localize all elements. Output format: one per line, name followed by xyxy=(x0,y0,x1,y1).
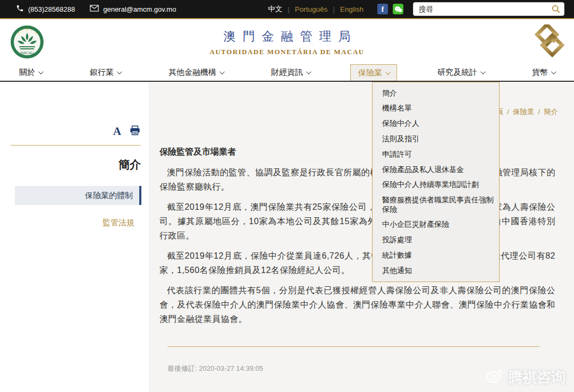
dropdown-item-institutions-list[interactable]: 機構名單 xyxy=(382,104,499,113)
sidebar-heading: 簡介 xyxy=(0,157,141,172)
phone-number: (853)28568288 xyxy=(28,5,75,13)
envelope-icon xyxy=(90,5,99,13)
site-header: MACAU 澳門金融管理局 AUTORIDADE MONETÁRIA DE MA… xyxy=(0,19,574,64)
nav-item-about[interactable]: 關於 xyxy=(12,64,49,81)
dropdown-item-rules-guidelines[interactable]: 法則及指引 xyxy=(382,134,499,144)
chevron-down-icon xyxy=(38,69,44,74)
weibo-icon xyxy=(486,368,504,387)
main-navigation: 關於 銀行業 其他金融機構 財經資訊 保險業 研究及統計 貨幣 xyxy=(0,64,574,82)
watermark-text: 腾祺咨询 xyxy=(508,368,565,387)
nav-item-currency[interactable]: 貨幣 xyxy=(525,64,562,81)
dropdown-item-other-notices[interactable]: 其他通知 xyxy=(382,266,499,276)
page: (853)28568288 general@amcm.gov.mo 中文 | P… xyxy=(0,0,574,392)
dropdown-item-intro[interactable]: 簡介 xyxy=(382,89,499,98)
language-switcher: 中文 | Português | English xyxy=(268,4,364,14)
dropdown-item-statistics[interactable]: 統計數據 xyxy=(382,251,499,260)
email-contact[interactable]: general@amcm.gov.mo xyxy=(90,5,176,13)
dropdown-item-sme-catastrophe-property-insurance[interactable]: 中小企巨災財產保險 xyxy=(382,220,499,229)
lang-en[interactable]: English xyxy=(340,5,364,13)
site-title-chinese[interactable]: 澳門金融管理局 xyxy=(7,28,574,45)
chevron-down-icon xyxy=(480,69,486,74)
social-links: f xyxy=(377,4,403,14)
print-icon[interactable] xyxy=(130,125,140,138)
article-paragraph: 代表該行業的團體共有5個，分別是代表已獲授權經營人壽保險公司及非人壽保險公司的澳… xyxy=(159,283,555,326)
breadcrumb-intro: 簡介 xyxy=(544,108,558,116)
font-size-button[interactable]: A xyxy=(113,126,121,137)
watermark: 腾祺咨询 xyxy=(486,368,565,387)
nav-item-other-financial-institutions[interactable]: 其他金融機構 xyxy=(161,64,231,81)
chevron-down-icon xyxy=(551,69,556,74)
dropdown-item-insurance-intermediaries[interactable]: 保險中介人 xyxy=(382,119,499,129)
chevron-down-icon xyxy=(117,69,122,74)
site-title-portuguese: AUTORIDADE MONETÁRIA DE MACAU xyxy=(0,48,574,56)
nav-item-research-statistics[interactable]: 研究及統計 xyxy=(430,64,492,81)
article-divider xyxy=(167,346,539,347)
breadcrumb-insurance[interactable]: 保險業 xyxy=(513,108,535,116)
nav-item-financial-information[interactable]: 財經資訊 xyxy=(264,64,317,81)
amcm-diamond-logo xyxy=(533,24,567,61)
nav-item-banking[interactable]: 銀行業 xyxy=(82,64,128,81)
search-icon[interactable] xyxy=(551,4,561,15)
dropdown-item-application-licensing[interactable]: 申請許可 xyxy=(382,150,499,159)
page-tools: A xyxy=(0,125,140,138)
dropdown-item-complaints-handling[interactable]: 投訴處理 xyxy=(382,235,499,245)
article: 保險監管及市場業者 澳門保險活動的監管、協調及監察是行政長官所屬的權限，而有關職… xyxy=(149,82,574,373)
lang-pt[interactable]: Português xyxy=(295,5,328,13)
sidebar-item-regulations[interactable]: 監管法規 xyxy=(0,218,134,228)
dropdown-item-cpd-programme[interactable]: 保險中介人持續專業培訓計劃 xyxy=(382,180,499,190)
sidebar-divider xyxy=(11,145,141,146)
chevron-down-icon xyxy=(306,69,311,74)
dropdown-item-medical-liability-insurance[interactable]: 醫療服務提供者職業民事責任強制保險 xyxy=(382,195,499,214)
wechat-icon[interactable] xyxy=(393,4,403,14)
insurance-dropdown-menu: 簡介 機構名單 保險中介人 法則及指引 申請許可 保險產品及私人退休基金 保險中… xyxy=(372,82,500,282)
email-address[interactable]: general@amcm.gov.mo xyxy=(103,5,176,13)
lang-zh[interactable]: 中文 xyxy=(268,4,282,14)
phone-contact: (853)28568288 xyxy=(16,4,75,14)
search-input[interactable] xyxy=(413,2,564,16)
left-sidebar: A 簡介 保險業的體制 監管法規 xyxy=(0,82,149,392)
chevron-down-icon xyxy=(385,70,391,75)
facebook-icon[interactable]: f xyxy=(377,4,388,14)
content-panel: 主頁/保險業/簡介 保險監管及市場業者 澳門保險活動的監管、協調及監察是行政長官… xyxy=(149,82,574,392)
dropdown-item-insurance-products-pension-funds[interactable]: 保險產品及私人退休基金 xyxy=(382,165,499,175)
chevron-down-icon xyxy=(220,69,225,74)
site-title-block: 澳門金融管理局 AUTORIDADE MONETÁRIA DE MACAU xyxy=(0,28,574,56)
phone-icon xyxy=(16,4,24,14)
nav-item-insurance[interactable]: 保險業 xyxy=(350,64,397,81)
search-box xyxy=(413,2,564,16)
top-utility-bar: (853)28568288 general@amcm.gov.mo 中文 | P… xyxy=(0,0,574,19)
sidebar-item-insurance-system[interactable]: 保險業的體制 xyxy=(15,186,141,205)
